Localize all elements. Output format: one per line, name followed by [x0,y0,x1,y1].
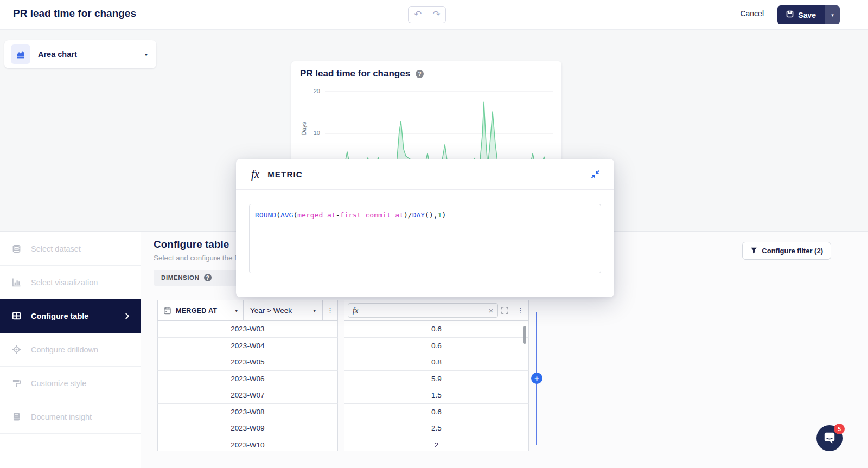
table-row-week: 2023-W06 [157,371,338,388]
clear-icon[interactable]: × [489,306,494,315]
metric-modal-header: fx METRIC [236,159,614,190]
table-row-week: 2023-W03 [157,321,338,338]
merged-at-column-header[interactable]: MERGED AT ▾ [157,300,244,321]
table-row-week: 2023-W04 [157,338,338,355]
formula-editor[interactable]: ROUND(AVG(merged_at-first_commit_at)/DAY… [249,204,601,273]
chevron-down-icon: ▾ [313,308,316,313]
formula-token: ) [404,211,408,219]
table-row-week: 2023-W07 [157,387,338,404]
chart-title: PR lead time for changes [300,68,410,79]
table-row-value: 0.6 [344,338,529,355]
sidebar-item-configure-drilldown[interactable]: Configure drilldown [0,333,141,367]
database-icon [12,244,21,253]
chat-icon [822,431,837,446]
undo-redo-group: ↶ ↷ [408,6,446,23]
filter-button-label: Configure filter (2) [762,247,823,255]
table-row-value: 1.5 [344,387,529,404]
paint-roller-icon [12,379,21,388]
expand-icon[interactable] [501,307,508,314]
sidebar-item-configure-table[interactable]: Configure table [0,299,141,333]
sidebar-item-label: Configure table [31,312,88,320]
formula-token: () [425,211,433,219]
sidebar-item-document-insight[interactable]: Document insight [0,400,141,434]
page-title: PR lead time for changes [13,8,136,20]
column-menu-button[interactable]: ⋮ [512,300,529,321]
table-icon [12,311,21,320]
formula-token: AVG [280,211,293,219]
formula-token: - [336,211,340,219]
chevron-down-icon: ▾ [235,308,238,313]
configure-filter-button[interactable]: Configure filter (2) [742,242,831,260]
metric-table: fx × ⋮ 0.60.60.85.91.50.62.52 [344,300,529,451]
metric-modal: fx METRIC ROUND(AVG(merged_at-first_comm… [236,159,614,297]
chat-badge: 5 [834,424,845,434]
scrollbar-thumb[interactable] [523,326,526,344]
metric-header-cell: fx × [344,300,512,321]
sidebar-item-label: Document insight [31,413,92,421]
table-row-value: 2.5 [344,420,529,437]
save-split-button: Save ▾ [777,5,840,24]
chart-type-label: Area chart [38,50,77,59]
sidebar: Select datasetSelect visualizationConfig… [0,232,141,468]
table-row-value: 5.9 [344,371,529,388]
y-axis-label: Days [301,119,307,138]
formula-token: ( [276,211,280,219]
chart-type-picker[interactable]: Area chart ▾ [4,40,156,68]
fx-icon: fx [251,168,259,181]
formula-token: DAY [412,211,425,219]
chevron-right-icon [124,312,131,319]
metric-modal-title: METRIC [267,170,303,179]
table-row-week: 2023-W10 [157,437,338,452]
table-row-week: 2023-W08 [157,404,338,421]
save-icon [786,10,794,20]
save-button[interactable]: Save [777,5,825,24]
column-name: MERGED AT [176,307,217,315]
granularity-value: Year > Week [250,306,292,315]
table-row-week: 2023-W05 [157,354,338,371]
plus-icon: + [534,374,539,383]
sidebar-item-label: Select dataset [31,245,81,253]
formula-token: first_commit_at [340,211,404,219]
formula-token: / [408,211,412,219]
filter-icon [750,247,757,255]
sidebar-item-label: Select visualization [31,278,98,287]
help-icon[interactable]: ? [416,70,424,78]
undo-icon: ↶ [414,9,422,20]
chevron-down-icon: ▾ [145,52,148,57]
undo-button[interactable]: ↶ [408,6,427,23]
bar-chart-icon [12,278,21,287]
dimension-table: MERGED AT ▾ Year > Week ▾ ⋮ 2023-W032023… [157,300,338,451]
sidebar-item-select-visualization[interactable]: Select visualization [0,266,141,299]
formula-token: merged_at [297,211,335,219]
calendar-icon [163,306,171,315]
table-row-value: 0.6 [344,321,529,338]
add-column-button[interactable]: + [531,373,542,384]
sidebar-item-customize-style[interactable]: Customize style [0,367,141,400]
table-row-value: 2 [344,437,529,452]
app-root: PR lead time for changes ↶ ↷ Cancel Save… [0,0,868,468]
save-dropdown-button[interactable]: ▾ [825,5,840,24]
table-row-value: 0.8 [344,354,529,371]
table-row-week: 2023-W09 [157,420,338,437]
formula-token: ) [442,211,446,219]
section-subheading: Select and configure the fie [154,254,242,262]
metric-formula-input[interactable]: fx × [348,303,498,318]
document-icon [12,412,21,421]
sidebar-item-label: Configure drilldown [31,345,98,354]
table-row-value: 0.6 [344,404,529,421]
fx-icon: fx [353,306,358,315]
save-label: Save [798,11,816,20]
y-tick-10: 10 [308,130,320,136]
section-heading: Configure table [154,239,229,251]
redo-button[interactable]: ↷ [427,6,446,23]
formula-token: ROUND [255,211,276,219]
area-chart-icon [11,44,30,64]
dimension-label: DIMENSION [161,274,200,281]
collapse-button[interactable] [590,169,601,180]
column-menu-button[interactable]: ⋮ [322,300,338,321]
cancel-button[interactable]: Cancel [740,9,764,18]
help-icon[interactable]: ? [204,274,212,281]
granularity-select[interactable]: Year > Week ▾ [243,300,323,321]
sidebar-item-select-dataset[interactable]: Select dataset [0,232,141,266]
drilldown-icon [12,345,21,354]
